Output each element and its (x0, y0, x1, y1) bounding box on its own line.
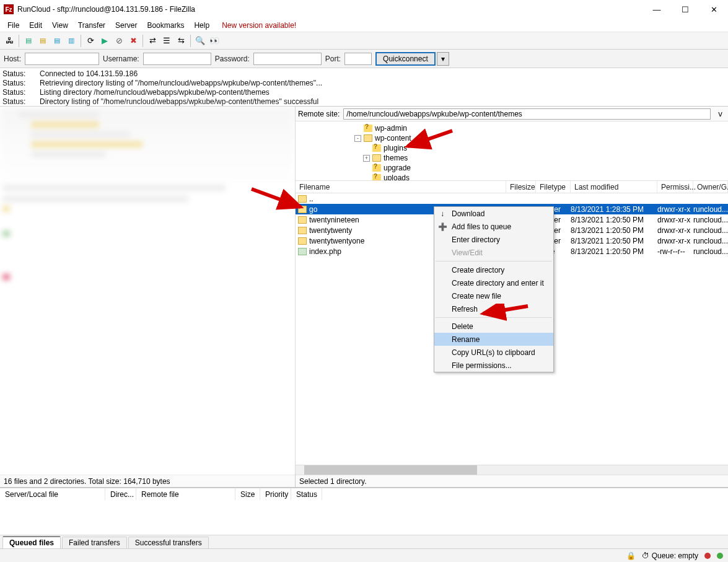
remote-list-scrollbar[interactable] (296, 465, 728, 475)
ctx-enter-directory[interactable]: Enter directory (434, 233, 553, 246)
menu-file[interactable]: File (2, 20, 24, 31)
filter-icon[interactable]: ☰ (160, 34, 173, 48)
context-menu: ↓Download➕Add files to queueEnter direct… (434, 206, 554, 372)
local-list-blurred (0, 181, 295, 475)
tcol-direction[interactable]: Direc... (105, 488, 136, 500)
cancel-icon[interactable]: ⊘ (112, 34, 126, 48)
transfer-tabs: Queued files Failed transfers Successful… (0, 535, 728, 548)
menubar: File Edit View Transfer Server Bookmarks… (0, 19, 728, 32)
transfer-header: Server/Local file Direc... Remote file S… (0, 488, 728, 500)
host-input[interactable] (25, 53, 99, 65)
menu-new-version[interactable]: New version available! (217, 20, 301, 31)
tab-failed[interactable]: Failed transfers (62, 537, 127, 548)
reconnect-icon[interactable]: ⇄ (146, 34, 159, 48)
refresh-icon[interactable]: ⟳ (84, 34, 97, 48)
window-title: RunCloud - sftp://runcloud@104.131.59.18… (17, 5, 642, 14)
password-label: Password: (215, 55, 250, 63)
col-filetype[interactable]: Filetype (536, 181, 571, 193)
minimize-button[interactable]: — (642, 0, 671, 19)
quickconnect-bar: Host: Username: Password: Port: Quickcon… (0, 50, 728, 68)
menu-server[interactable]: Server (110, 20, 142, 31)
queue-label: ⏱ Queue: empty (642, 551, 698, 560)
sync-browse-icon[interactable]: 🔍 (193, 34, 207, 48)
tree-item-wp-content[interactable]: -wp-content (354, 133, 728, 143)
ctx-create-new-file[interactable]: Create new file (434, 289, 553, 302)
ctx-rename[interactable]: Rename (434, 333, 553, 346)
ctx-file-permissions-[interactable]: File permissions... (434, 359, 553, 372)
menu-bookmarks[interactable]: Bookmarks (142, 20, 189, 31)
ctx-create-directory-and-enter-it[interactable]: Create directory and enter it (434, 276, 553, 289)
statusbar: 🔒 ⏱ Queue: empty (0, 548, 728, 562)
username-input[interactable] (143, 53, 211, 65)
menu-transfer[interactable]: Transfer (73, 20, 110, 31)
toggle-remote-tree-icon[interactable]: ▤ (50, 34, 64, 48)
local-status: 16 files and 2 directories. Total size: … (0, 475, 295, 487)
tab-queued[interactable]: Queued files (2, 536, 61, 548)
username-label: Username: (103, 55, 139, 63)
toolbar: 🖧 ▤ ▤ ▤ ▥ ⟳ ▶ ⊘ ✖ ⇄ ☰ ⇆ 🔍 👀 (0, 32, 728, 50)
transfer-queue[interactable] (0, 500, 728, 535)
toggle-log-icon[interactable]: ▤ (22, 34, 35, 48)
tree-item-upgrade[interactable]: upgrade (363, 163, 728, 173)
quickconnect-dropdown[interactable]: ▾ (437, 52, 449, 66)
remote-site-label: Remote site: (298, 110, 340, 118)
col-owner[interactable]: Owner/G... (693, 181, 728, 193)
menu-edit[interactable]: Edit (24, 20, 47, 31)
toggle-queue-icon[interactable]: ▥ (64, 34, 78, 48)
file-row[interactable]: .. (296, 193, 728, 204)
process-queue-icon[interactable]: ▶ (98, 34, 112, 48)
tree-item-plugins[interactable]: plugins (363, 143, 728, 153)
tcol-priority[interactable]: Priority (260, 488, 291, 500)
quickconnect-button[interactable]: Quickconnect (375, 52, 436, 66)
ctx-view-edit: View/Edit (434, 246, 553, 259)
port-input[interactable] (344, 53, 372, 65)
maximize-button[interactable]: ☐ (671, 0, 699, 19)
local-tree-blurred (0, 107, 295, 181)
tree-item-themes[interactable]: +themes (363, 153, 728, 163)
tree-item-wp-admin[interactable]: wp-admin (354, 123, 728, 133)
col-modified[interactable]: Last modified (571, 181, 657, 193)
message-log: Status:Connected to 104.131.59.186Status… (0, 68, 728, 107)
close-button[interactable]: ✕ (699, 0, 728, 19)
menu-help[interactable]: Help (189, 20, 214, 31)
site-manager-icon[interactable]: 🖧 (2, 34, 16, 48)
ctx-create-directory[interactable]: Create directory (434, 263, 553, 276)
tree-item-uploads[interactable]: uploads (363, 173, 728, 181)
col-permissions[interactable]: Permissi... (657, 181, 693, 193)
menu-view[interactable]: View (47, 20, 73, 31)
indicator-red-icon (704, 553, 711, 559)
lock-icon: 🔒 (626, 551, 636, 560)
ctx-delete[interactable]: Delete (434, 320, 553, 333)
password-input[interactable] (253, 53, 322, 65)
port-label: Port: (325, 55, 341, 63)
compare-icon[interactable]: ⇆ (174, 34, 188, 48)
remote-tree[interactable]: wp-admin-wp-contentplugins+themesupgrade… (296, 121, 728, 181)
host-label: Host: (4, 55, 21, 63)
titlebar: Fz RunCloud - sftp://runcloud@104.131.59… (0, 0, 728, 19)
remote-path-bar: Remote site: ⅴ (296, 107, 728, 121)
tab-success[interactable]: Successful transfers (128, 537, 209, 548)
app-icon: Fz (4, 4, 14, 14)
indicator-green-icon (717, 553, 723, 559)
col-filesize[interactable]: Filesize (506, 181, 536, 193)
tcol-server[interactable]: Server/Local file (0, 488, 105, 500)
tcol-remote[interactable]: Remote file (136, 488, 235, 500)
ctx-download[interactable]: ↓Download (434, 207, 553, 220)
remote-path-dropdown[interactable]: ⅴ (714, 110, 726, 118)
disconnect-icon[interactable]: ✖ (126, 34, 140, 48)
local-pane: 16 files and 2 directories. Total size: … (0, 107, 296, 487)
ctx-refresh[interactable]: Refresh (434, 302, 553, 315)
ctx-add-files-to-queue[interactable]: ➕Add files to queue (434, 220, 553, 233)
ctx-copy-url-s-to-clipboard[interactable]: Copy URL(s) to clipboard (434, 346, 553, 359)
col-filename[interactable]: Filename (296, 181, 506, 193)
search-icon[interactable]: 👀 (208, 34, 221, 48)
remote-status: Selected 1 directory. (296, 475, 728, 487)
tcol-size[interactable]: Size (235, 488, 260, 500)
remote-path-input[interactable] (343, 108, 711, 120)
toggle-local-tree-icon[interactable]: ▤ (36, 34, 50, 48)
tcol-status[interactable]: Status (291, 488, 322, 500)
remote-list-header: Filename Filesize Filetype Last modified… (296, 181, 728, 193)
